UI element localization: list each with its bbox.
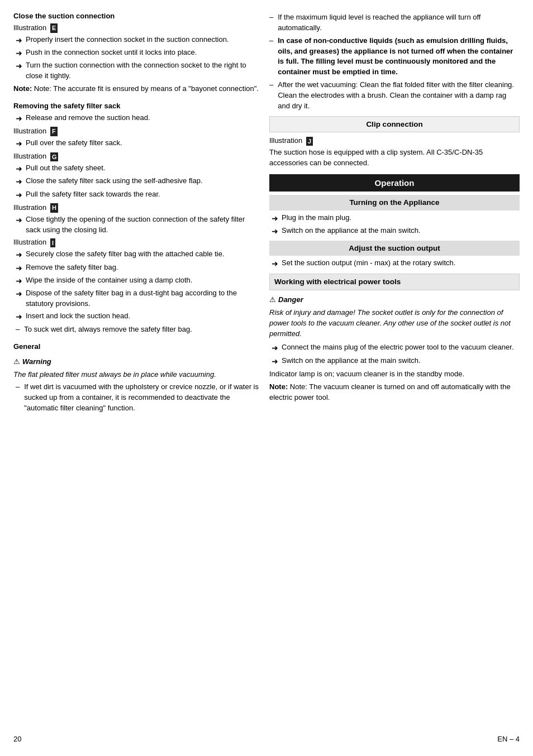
- clip-connection-bar: Clip connection: [269, 116, 520, 133]
- removing-bullet-after-f: ➜Pull over the safety filter sack.: [13, 138, 259, 149]
- list-item: ➜Properly insert the connection socket i…: [13, 35, 259, 46]
- dash-icon: –: [269, 80, 273, 90]
- illustration-i-box: I: [50, 238, 55, 247]
- illustration-f-box: F: [50, 127, 58, 136]
- list-item: – If the maximum liquid level is reached…: [269, 12, 520, 34]
- list-item: ➜Wipe the inside of the container using …: [13, 275, 259, 286]
- page: Close the suction connection Illustratio…: [0, 0, 533, 756]
- list-item: ➜Close tightly the opening of the suctio…: [13, 214, 259, 236]
- arrow-icon: ➜: [272, 213, 278, 224]
- danger-text: Risk of injury and damage! The socket ou…: [269, 308, 520, 339]
- arrow-icon: ➜: [16, 311, 22, 322]
- operation-bar: Operation: [269, 174, 520, 192]
- arrow-icon: ➜: [16, 189, 22, 200]
- danger-label: Danger: [278, 295, 303, 305]
- illustration-g-label: Illustration G: [13, 151, 259, 162]
- close-suction-heading: Close the suction connection: [13, 11, 259, 22]
- list-item: ➜Insert and lock the suction head.: [13, 311, 259, 322]
- bullet-h: ➜Close tightly the opening of the suctio…: [13, 214, 259, 236]
- arrow-icon: ➜: [16, 138, 22, 149]
- note-text-right: Note: Note: The vacuum cleaner is turned…: [269, 382, 520, 403]
- illustration-h-label: Illustration H: [13, 203, 259, 213]
- warning-row-left: ⚠ Warning: [13, 357, 259, 369]
- list-item: ➜Release and remove the suction head.: [13, 113, 259, 124]
- dash-wet-dirt: –To suck wet dirt, always remove the saf…: [13, 324, 259, 335]
- list-item: ➜Securely close the safety filter bag wi…: [13, 249, 259, 260]
- two-column-layout: Close the suction connection Illustratio…: [13, 11, 520, 728]
- danger-icon: ⚠: [269, 295, 276, 305]
- arrow-icon: ➜: [16, 288, 22, 299]
- arrow-icon: ➜: [16, 249, 22, 260]
- working-electrical-bar: Working with electrical power tools: [269, 274, 520, 290]
- list-item: –To suck wet dirt, always remove the saf…: [13, 324, 259, 335]
- page-footer: 20 EN – 4: [13, 728, 520, 745]
- list-item: ➜Set the suction output (min - max) at t…: [269, 258, 520, 269]
- arrow-icon: ➜: [16, 214, 22, 226]
- arrow-icon: ➜: [16, 60, 22, 71]
- list-item: ➜Pull over the safety filter sack.: [13, 138, 259, 149]
- list-item: – After the wet vacuuming: Clean the fla…: [269, 80, 520, 112]
- turning-on-bar: Turning on the Appliance: [269, 195, 520, 210]
- right-top-dashes: – If the maximum liquid level is reached…: [269, 12, 520, 112]
- arrow-icon: ➜: [16, 35, 22, 46]
- illustration-j-box: J: [306, 137, 313, 146]
- arrow-icon: ➜: [16, 262, 22, 274]
- danger-row: ⚠ Danger: [269, 295, 520, 307]
- list-item: ➜Plug in the main plug.: [269, 213, 520, 224]
- list-item: ➜Dispose of the safety filter bag in a d…: [13, 288, 259, 309]
- adjust-suction-bullets: ➜Set the suction output (min - max) at t…: [269, 258, 520, 269]
- illustration-h-box: H: [50, 203, 58, 212]
- list-item: ➜Pull the safety filter sack towards the…: [13, 189, 259, 200]
- footer-section-number: EN – 4: [497, 734, 520, 745]
- arrow-icon: ➜: [16, 113, 22, 124]
- arrow-icon: ➜: [272, 258, 278, 269]
- close-suction-bullets: ➜Properly insert the connection socket i…: [13, 35, 259, 82]
- dash-icon: –: [16, 324, 20, 335]
- arrow-icon: ➜: [272, 226, 278, 237]
- list-item: –If wet dirt is vacuumed with the uphols…: [13, 382, 259, 414]
- bullets-i: ➜Securely close the safety filter bag wi…: [13, 249, 259, 322]
- turning-on-bullets: ➜Plug in the main plug. ➜Switch on the a…: [269, 213, 520, 237]
- list-item: ➜Pull out the safety sheet.: [13, 163, 259, 174]
- illustration-j-label: Illustration J: [269, 136, 520, 146]
- dash-icon: –: [269, 12, 273, 23]
- note-bayonet: Note: Note: The accurate fit is ensured …: [13, 84, 259, 94]
- removing-safety-heading: Removing the safety filter sack: [13, 101, 259, 112]
- warning-icon-left: ⚠: [13, 357, 20, 367]
- arrow-icon: ➜: [272, 356, 278, 367]
- list-item: ➜Connect the mains plug of the electric …: [269, 342, 520, 353]
- list-item: ➜Turn the suction connection with the co…: [13, 60, 259, 82]
- arrow-icon: ➜: [16, 176, 22, 187]
- arrow-icon: ➜: [16, 163, 22, 174]
- warning-text-left: The flat pleated filter must always be i…: [13, 370, 259, 380]
- footer-page-number: 20: [13, 734, 21, 745]
- adjust-suction-bar: Adjust the suction output: [269, 241, 520, 256]
- illustration-f-label: Illustration F: [13, 126, 259, 137]
- illustration-g-box: G: [50, 152, 59, 161]
- arrow-icon: ➜: [16, 275, 22, 286]
- standby-text: Indicator lamp is on; vacuum cleaner is …: [269, 369, 520, 380]
- right-column: – If the maximum liquid level is reached…: [269, 11, 520, 728]
- list-item: ➜Remove the safety filter bag.: [13, 262, 259, 274]
- list-item: ➜Switch on the appliance at the main swi…: [269, 356, 520, 367]
- working-electrical-bullets: ➜Connect the mains plug of the electric …: [269, 342, 520, 367]
- list-item: – In case of non-conductive liquids (suc…: [269, 36, 520, 78]
- clip-connection-text: The suction hose is equipped with a clip…: [269, 147, 520, 169]
- list-item: ➜Switch on the appliance at the main swi…: [269, 226, 520, 237]
- illustration-e-box: E: [50, 23, 58, 32]
- bullets-after-g: ➜Pull out the safety sheet. ➜Close the s…: [13, 163, 259, 200]
- illustration-e-label: Illustration E: [13, 23, 259, 34]
- arrow-icon: ➜: [16, 47, 22, 59]
- warning-label-left: Warning: [22, 357, 51, 367]
- left-column: Close the suction connection Illustratio…: [13, 11, 259, 728]
- list-item: ➜Push in the connection socket until it …: [13, 47, 259, 59]
- dash-icon: –: [16, 382, 20, 393]
- list-item: ➜Close the safety filter sack using the …: [13, 176, 259, 187]
- dash-icon: –: [269, 36, 273, 46]
- general-heading: General: [13, 342, 259, 352]
- general-dashes: –If wet dirt is vacuumed with the uphols…: [13, 382, 259, 414]
- removing-bullet-before: ➜Release and remove the suction head.: [13, 113, 259, 124]
- arrow-icon: ➜: [272, 342, 278, 353]
- illustration-i-label: Illustration I: [13, 237, 259, 248]
